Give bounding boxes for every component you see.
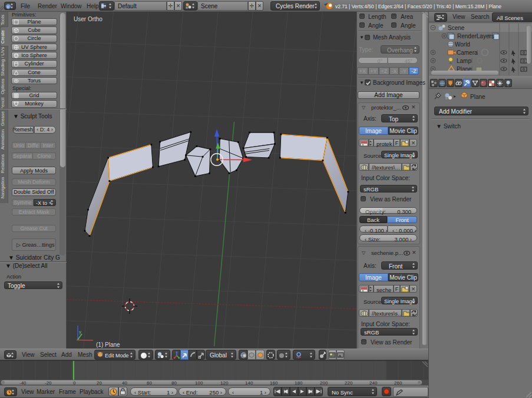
svg-text:i: i [8,5,9,9]
svg-text:y: y [79,329,81,334]
